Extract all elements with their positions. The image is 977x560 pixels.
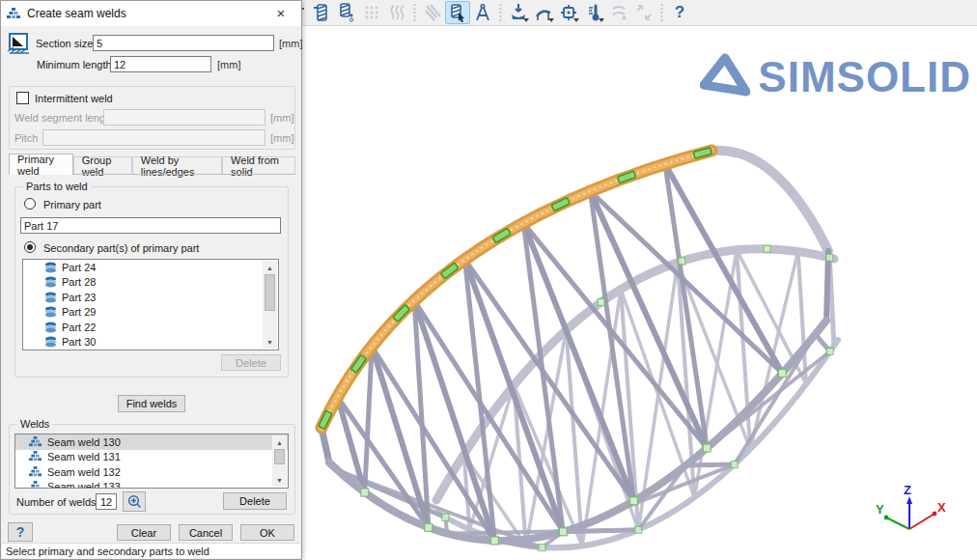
seam-weld-item-icon: [29, 451, 42, 462]
tab-weld-from-solid[interactable]: Weld from solid: [222, 156, 295, 175]
scroll-thumb[interactable]: [265, 274, 275, 311]
list-item[interactable]: Seam weld 130: [15, 434, 288, 450]
part-icon: [44, 292, 57, 303]
primary-part-input[interactable]: Part 17: [20, 217, 281, 234]
tab-group-weld[interactable]: Group weld: [73, 156, 132, 175]
measure-icon[interactable]: [470, 1, 495, 24]
part-item-label: Part 30: [62, 336, 96, 348]
ok-button[interactable]: OK: [240, 524, 294, 541]
seam-weld-item-icon: [29, 481, 42, 489]
dropdown-caret[interactable]: [573, 18, 579, 22]
dialog-titlebar[interactable]: Create seam welds ×: [1, 1, 301, 26]
part-icon: [44, 306, 57, 318]
number-of-welds-label: Number of welds: [16, 496, 97, 508]
section-size-unit: [mm]: [279, 38, 302, 49]
close-icon[interactable]: ×: [266, 3, 295, 24]
part-item-label: Part 24: [62, 262, 96, 273]
simsolid-triangle-icon: [700, 53, 750, 101]
section-size-icon: [7, 32, 32, 57]
toolbar-separator: [659, 3, 664, 22]
list-item[interactable]: Part 24: [23, 260, 278, 275]
minimum-length-unit: [mm]: [217, 59, 240, 70]
weld-item-label: Seam weld 132: [47, 466, 121, 478]
weld-item-label: Seam weld 130: [47, 436, 121, 448]
dialog-title: Create seam welds: [27, 7, 261, 20]
primary-part-label: Primary part: [43, 199, 101, 210]
spring-connector-icon[interactable]: [384, 1, 409, 24]
seam-weld-dialog-icon: [7, 8, 21, 20]
spot-weld-icon[interactable]: [334, 1, 359, 24]
dropdown-caret[interactable]: [548, 18, 554, 22]
logo-text: SIMSOLID: [758, 53, 971, 102]
find-welds-button[interactable]: Find welds: [118, 395, 185, 412]
parts-list-scrollbar[interactable]: ▲ ▼: [263, 261, 277, 349]
pressure-load-icon[interactable]: [556, 1, 581, 24]
list-item[interactable]: Seam weld 133: [15, 480, 288, 490]
part-item-label: Part 28: [62, 276, 96, 288]
intermittent-checkbox[interactable]: [16, 92, 29, 104]
parts-to-weld-legend: Parts to weld: [23, 181, 91, 192]
secondary-parts-label: Secondary part(s) of primary part: [43, 242, 199, 254]
welds-list-scrollbar[interactable]: ▲ ▼: [272, 435, 287, 487]
scroll-up-icon[interactable]: ▲: [263, 261, 277, 274]
grid-weld-icon[interactable]: [359, 1, 384, 24]
spot-constraint-icon[interactable]: [606, 1, 631, 24]
scroll-up-icon[interactable]: ▲: [272, 435, 287, 449]
moment-load-icon[interactable]: [531, 1, 556, 24]
list-item[interactable]: Part 30: [23, 335, 278, 350]
welds-list[interactable]: Seam weld 130 Seam weld 131 Seam weld 13…: [14, 434, 289, 489]
weld-segment-length-label: Weld segment length: [14, 112, 114, 124]
part-icon: [44, 276, 57, 288]
pitch-input: [42, 129, 265, 146]
tab-primary-weld[interactable]: Primary weld: [9, 154, 73, 175]
minimum-length-input[interactable]: 12: [110, 56, 211, 72]
part-item-label: Part 22: [62, 322, 96, 333]
simsolid-logo: SIMSOLID: [700, 53, 971, 101]
force-load-icon[interactable]: [506, 1, 531, 24]
secondary-parts-list[interactable]: Part 24 Part 28 Part 23 Part 29 Part 22 …: [22, 259, 279, 350]
scroll-down-icon[interactable]: ▼: [272, 473, 287, 487]
scroll-down-icon[interactable]: ▼: [263, 335, 277, 349]
weld-item-label: Seam weld 131: [47, 451, 121, 462]
create-seam-welds-dialog: Create seam welds × Section size 5 [mm] …: [0, 0, 302, 560]
number-of-welds-value: 12: [96, 493, 117, 510]
help-icon[interactable]: ?: [667, 1, 692, 24]
triad-z-label: Z: [904, 483, 911, 497]
weld-segment-length-input: [103, 109, 265, 126]
3d-viewport[interactable]: SIMSOLID Z X Y: [302, 26, 977, 560]
secondary-parts-radio[interactable]: [24, 241, 36, 253]
parts-delete-button[interactable]: Delete: [221, 354, 281, 371]
cancel-button[interactable]: Cancel: [179, 524, 233, 541]
seam-weld-item-icon: [29, 466, 42, 478]
resize-icon[interactable]: [631, 1, 656, 24]
list-item[interactable]: Seam weld 132: [15, 464, 288, 480]
create-seam-weld-icon[interactable]: [445, 1, 470, 24]
dialog-help-button[interactable]: ?: [8, 522, 33, 542]
weld-segment-length-unit: [mm]: [270, 112, 293, 124]
part-item-label: Part 23: [62, 292, 96, 303]
list-item[interactable]: Seam weld 131: [15, 450, 288, 465]
clear-button[interactable]: Clear: [117, 524, 171, 541]
list-item[interactable]: Part 22: [23, 320, 278, 335]
scroll-thumb[interactable]: [274, 449, 285, 464]
list-item[interactable]: Part 29: [23, 305, 278, 321]
dropdown-caret[interactable]: [523, 18, 529, 22]
zoom-to-welds-button[interactable]: [123, 491, 146, 512]
section-size-input[interactable]: 5: [93, 35, 274, 51]
list-item[interactable]: Part 28: [23, 275, 278, 291]
seam-weld-item-icon: [29, 436, 42, 448]
slant-weld-icon[interactable]: [420, 1, 445, 24]
dropdown-caret[interactable]: [599, 18, 604, 22]
toolbar-separator: [498, 3, 503, 22]
seam-weld-icon[interactable]: [309, 1, 334, 24]
pitch-label: Pitch: [14, 132, 38, 144]
toolbar-separator: [412, 3, 417, 22]
intermittent-label: Intermittent weld: [35, 93, 113, 104]
thermal-load-icon[interactable]: [581, 1, 606, 24]
tab-weld-by-lines-edges[interactable]: Weld by lines/edges: [132, 156, 222, 175]
list-item[interactable]: Part 23: [23, 290, 278, 305]
welds-delete-button[interactable]: Delete: [223, 492, 287, 510]
primary-part-radio[interactable]: [24, 198, 36, 210]
dialog-status-bar: Select primary and secondary parts to we…: [2, 543, 300, 558]
help-label: ?: [675, 3, 684, 22]
